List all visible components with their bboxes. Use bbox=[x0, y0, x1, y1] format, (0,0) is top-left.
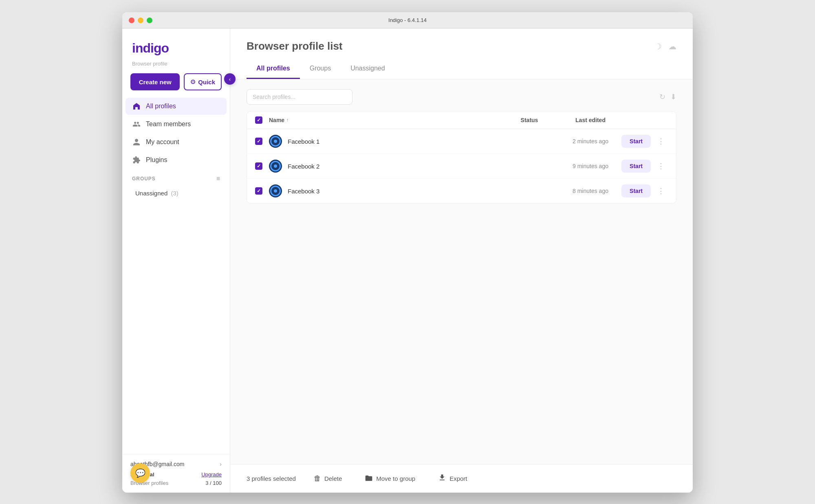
quick-label: Quick bbox=[198, 79, 215, 85]
table-row: Facebook 1 2 minutes ago Start ⋮ bbox=[247, 129, 676, 154]
delete-action[interactable]: 🗑 Delete bbox=[309, 472, 347, 485]
row-2-start-button[interactable]: Start bbox=[621, 160, 651, 173]
export-action[interactable]: Export bbox=[433, 471, 472, 486]
export-label: Export bbox=[449, 475, 467, 482]
tab-unassigned[interactable]: Unassigned bbox=[341, 61, 395, 79]
selected-count: 3 profiles selected bbox=[247, 475, 296, 482]
sidebar-label-team-members: Team members bbox=[146, 121, 191, 128]
cloud-icon[interactable]: ☁ bbox=[668, 42, 676, 51]
sidebar-label-my-account: My account bbox=[146, 138, 179, 146]
groups-header: GROUPS ≡ bbox=[122, 169, 230, 186]
search-actions: ↻ ⬇ bbox=[654, 92, 676, 101]
sidebar-item-my-account[interactable]: My account bbox=[126, 134, 227, 151]
row-2-last-edited: 9 minutes ago bbox=[554, 163, 627, 169]
bottom-bar: 3 profiles selected 🗑 Delete Move to gro… bbox=[230, 464, 693, 493]
main-header: Browser profile list ☽ ☁ All profiles Gr… bbox=[230, 28, 693, 79]
group-label: Unassigned (3) bbox=[135, 190, 178, 197]
sidebar-label-all-profiles: All profiles bbox=[146, 103, 176, 110]
select-all-checkbox[interactable] bbox=[255, 116, 262, 124]
row-3-start-button[interactable]: Start bbox=[621, 184, 651, 197]
header-icons: ☽ ☁ bbox=[654, 42, 676, 51]
row-2-checkbox[interactable] bbox=[255, 162, 262, 170]
sidebar-item-all-profiles[interactable]: All profiles bbox=[126, 98, 227, 115]
app-logo: indigo bbox=[132, 41, 169, 55]
profile-icon-1 bbox=[269, 135, 282, 148]
sort-groups-icon[interactable]: ≡ bbox=[216, 175, 220, 182]
main-content: Browser profile list ☽ ☁ All profiles Gr… bbox=[230, 28, 693, 493]
logo-area: indigo bbox=[122, 37, 230, 59]
sidebar-section-label: Browser profile bbox=[122, 59, 230, 69]
create-new-button[interactable]: Create new bbox=[130, 73, 180, 90]
maximize-button[interactable] bbox=[147, 18, 152, 23]
close-button[interactable] bbox=[129, 18, 134, 23]
sort-name-icon[interactable]: ↑ bbox=[286, 117, 289, 123]
row-2-actions: Start ⋮ bbox=[627, 160, 668, 173]
table-header: Name ↑ Status Last edited bbox=[247, 112, 676, 129]
collapse-icon: ‹ bbox=[229, 76, 231, 82]
account-arrow-icon: › bbox=[220, 461, 222, 467]
upgrade-link[interactable]: Upgrade bbox=[201, 471, 222, 478]
table-row: Facebook 2 9 minutes ago Start ⋮ bbox=[247, 154, 676, 179]
titlebar: Indigo - 6.4.1.14 bbox=[122, 12, 693, 28]
profiles-table: Name ↑ Status Last edited Facebook 1 2 bbox=[247, 111, 676, 204]
sidebar-item-plugins[interactable]: Plugins bbox=[126, 151, 227, 169]
content-area: ↻ ⬇ Name ↑ Status Last edited bbox=[230, 79, 693, 464]
profile-icon-3 bbox=[269, 184, 282, 197]
row-1-checkbox[interactable] bbox=[255, 138, 262, 145]
sidebar-item-team-members[interactable]: Team members bbox=[126, 116, 227, 133]
minimize-button[interactable] bbox=[138, 18, 143, 23]
tab-groups[interactable]: Groups bbox=[300, 61, 341, 79]
profile-icon-2 bbox=[269, 160, 282, 173]
plugins-icon bbox=[132, 156, 141, 164]
team-icon bbox=[132, 120, 141, 129]
tab-all-profiles[interactable]: All profiles bbox=[247, 61, 300, 79]
sidebar-nav: All profiles Team members My account bbox=[122, 98, 230, 169]
row-2-name: Facebook 2 bbox=[288, 163, 505, 170]
row-3-last-edited: 8 minutes ago bbox=[554, 188, 627, 194]
row-1-actions: Start ⋮ bbox=[627, 135, 668, 148]
row-1-name: Facebook 1 bbox=[288, 138, 505, 145]
delete-label: Delete bbox=[324, 475, 342, 482]
browser-profiles-count: 3 / 100 bbox=[205, 480, 222, 486]
tabs: All profiles Groups Unassigned bbox=[247, 61, 676, 79]
row-3-more-button[interactable]: ⋮ bbox=[654, 185, 668, 197]
column-status: Status bbox=[505, 117, 554, 123]
delete-icon: 🗑 bbox=[314, 474, 321, 483]
action-buttons: Create new ⊙ Quick bbox=[122, 69, 230, 98]
app-body: indigo Browser profile Create new ⊙ Quic… bbox=[122, 28, 693, 493]
table-row: Facebook 3 8 minutes ago Start ⋮ bbox=[247, 179, 676, 203]
search-input-wrap bbox=[247, 89, 352, 105]
move-to-group-action[interactable]: Move to group bbox=[360, 471, 420, 486]
moon-icon[interactable]: ☽ bbox=[654, 42, 662, 51]
page-title: Browser profile list bbox=[247, 40, 343, 53]
chat-icon: 💬 bbox=[135, 468, 145, 478]
refresh-icon[interactable]: ↻ bbox=[659, 92, 665, 101]
chat-button[interactable]: 💬 bbox=[130, 463, 150, 483]
column-name: Name ↑ bbox=[269, 117, 505, 123]
sidebar-label-plugins: Plugins bbox=[146, 156, 167, 164]
account-icon bbox=[132, 138, 141, 147]
sidebar-item-unassigned[interactable]: Unassigned (3) bbox=[126, 186, 227, 201]
row-2-more-button[interactable]: ⋮ bbox=[654, 160, 668, 172]
quick-button[interactable]: ⊙ Quick bbox=[184, 73, 222, 90]
row-1-more-button[interactable]: ⋮ bbox=[654, 135, 668, 147]
move-to-group-label: Move to group bbox=[376, 475, 415, 482]
row-3-name: Facebook 3 bbox=[288, 188, 505, 195]
export-icon bbox=[438, 473, 446, 484]
groups-title: GROUPS bbox=[132, 176, 156, 182]
row-3-checkbox[interactable] bbox=[255, 187, 262, 195]
app-window: Indigo - 6.4.1.14 indigo Browser profile… bbox=[122, 12, 693, 493]
home-icon bbox=[132, 102, 141, 111]
row-3-actions: Start ⋮ bbox=[627, 184, 668, 197]
sidebar: indigo Browser profile Create new ⊙ Quic… bbox=[122, 28, 230, 493]
search-input[interactable] bbox=[247, 89, 352, 105]
collapse-sidebar-button[interactable]: ‹ bbox=[224, 73, 236, 85]
row-1-last-edited: 2 minutes ago bbox=[554, 138, 627, 145]
quick-icon: ⊙ bbox=[190, 78, 196, 85]
page-title-row: Browser profile list ☽ ☁ bbox=[247, 40, 676, 53]
move-to-group-icon bbox=[365, 474, 373, 483]
window-controls bbox=[129, 18, 152, 23]
row-1-start-button[interactable]: Start bbox=[621, 135, 651, 148]
column-last-edited: Last edited bbox=[554, 117, 627, 123]
download-icon[interactable]: ⬇ bbox=[670, 92, 676, 101]
